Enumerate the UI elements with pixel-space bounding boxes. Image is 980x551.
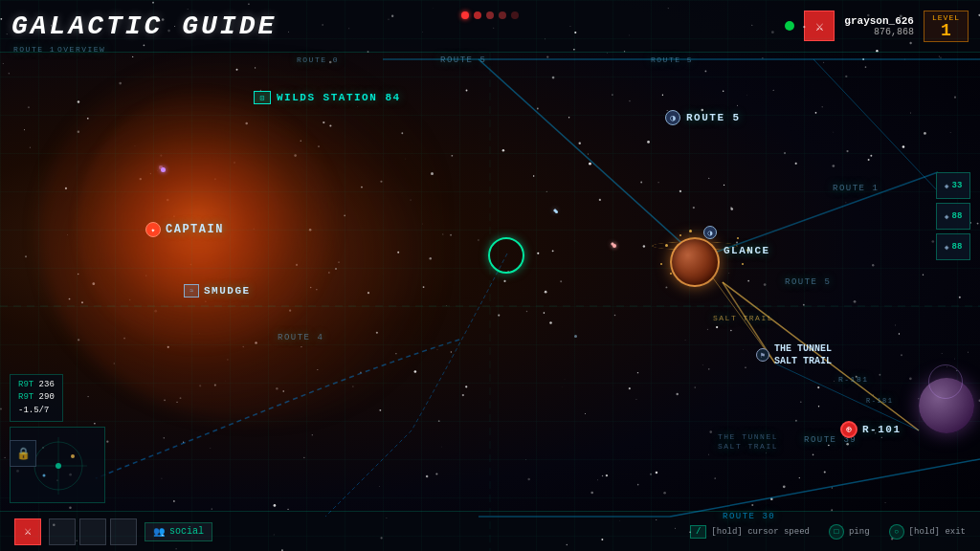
smudge-label: SMUDGE — [204, 285, 251, 297]
asteroid-dot — [679, 234, 681, 236]
star-blue — [555, 210, 558, 213]
tunnel-label: THE TUNNEL SALT TRAIL — [774, 342, 832, 367]
lock-button[interactable]: 🔒 — [10, 440, 36, 467]
planet-r101 — [919, 378, 974, 433]
right-panel: ◈ 33 ◈ 88 ◈ 88 — [936, 172, 970, 260]
coord-label1: R9T — [18, 380, 33, 389]
coord-val1: 236 — [39, 380, 55, 389]
planet-glance-visual: ◑ — [670, 237, 720, 287]
wilds-station-group[interactable]: ⊡ WILDS STATION 84 — [254, 91, 401, 104]
route5-label: ROUTE 5 — [686, 112, 741, 123]
planet-r101-container[interactable] — [919, 378, 974, 433]
svg-line-2 — [813, 59, 938, 191]
panel-btn-1[interactable]: ◈ 33 — [936, 172, 970, 199]
asteroid-dot — [689, 230, 692, 232]
svg-line-7 — [670, 459, 980, 517]
coords-display: R9T 236 R9T 290 -1.5/7 — [10, 374, 63, 423]
panel-icon-1: ◈ — [945, 182, 949, 190]
svg-point-16 — [71, 454, 75, 458]
svg-point-17 — [43, 474, 46, 477]
smudge-icon: ≈ — [184, 284, 199, 298]
coord-row2: R9T 290 — [18, 391, 55, 405]
route5-icon: ◑ — [665, 110, 680, 125]
panel-label-2: 88 — [952, 211, 963, 221]
target-reticle — [488, 237, 524, 274]
r101-label: R-101 — [862, 424, 902, 435]
tunnel-icon: ⚑ — [756, 348, 769, 362]
asteroid-dot — [737, 237, 739, 239]
r101-group: ⊕ R-101 — [840, 421, 902, 438]
coord-val2: 290 — [39, 392, 55, 402]
star-purple — [161, 167, 166, 172]
coord-row3: -1.5/7 — [18, 405, 55, 418]
glance-marker: ◑ — [703, 226, 717, 239]
coord-row1: R9T 236 — [18, 379, 55, 392]
panel-label-3: 88 — [952, 242, 963, 252]
star-white2 — [335, 268, 337, 270]
wilds-station-label: WILDS STATION 84 — [277, 92, 401, 103]
star-blue2 — [574, 335, 577, 338]
panel-btn-2[interactable]: ◈ 88 — [936, 203, 970, 230]
r101-icon: ⊕ — [840, 421, 858, 438]
captain-group[interactable]: ✦ CAPTAIN — [145, 222, 224, 237]
route5-group: ◑ ROUTE 5 — [665, 110, 741, 125]
tunnel-line1: THE TUNNEL — [774, 342, 832, 355]
svg-line-1 — [479, 59, 699, 258]
asteroid-dot — [660, 263, 662, 265]
smudge-group[interactable]: ≈ SMUDGE — [184, 284, 251, 298]
panel-btn-3[interactable]: ◈ 88 — [936, 233, 970, 260]
planet-orbit-ring — [652, 242, 738, 251]
station-icon: ⊡ — [254, 91, 271, 104]
planet-glance-container[interactable]: ◑ — [670, 237, 720, 287]
panel-label-1: 33 — [952, 181, 963, 190]
panel-icon-3: ◈ — [945, 243, 949, 252]
asteroid-dot — [746, 249, 749, 252]
tunnel-group[interactable]: ⚑ THE TUNNEL SALT TRAIL — [756, 342, 832, 367]
panel-icon-2: ◈ — [945, 212, 949, 221]
routes-svg — [0, 0, 980, 551]
star-white — [431, 172, 434, 175]
captain-label: CAPTAIN — [166, 223, 224, 236]
star-red-small — [612, 244, 616, 248]
asteroid-dot — [742, 263, 744, 265]
coord-val3: -1.5/7 — [18, 406, 49, 415]
tunnel-line2: SALT TRAIL — [774, 355, 832, 367]
captain-icon: ✦ — [145, 222, 161, 237]
coord-label2: R9T — [18, 392, 33, 402]
lock-icon: 🔒 — [16, 447, 31, 461]
